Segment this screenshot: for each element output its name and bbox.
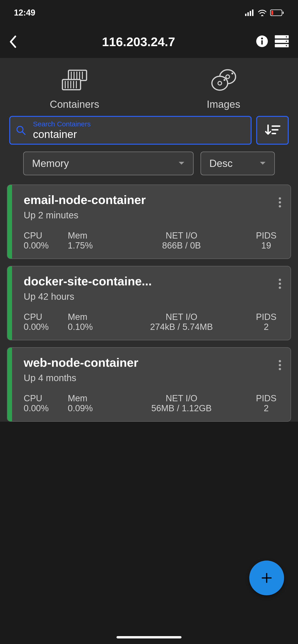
- stat-cpu-label: CPU: [24, 231, 42, 241]
- svg-point-40: [279, 201, 281, 204]
- stat-pids-value: 2: [264, 322, 268, 332]
- stat-pids-label: PIDS: [256, 231, 277, 241]
- sort-field-value: Memory: [32, 158, 69, 169]
- wifi-icon: [258, 9, 267, 16]
- container-name: docker-site-containe...: [24, 274, 244, 288]
- container-name: web-node-container: [24, 356, 244, 370]
- container-list: email-node-container Up 2 minutes CPU0.0…: [0, 184, 298, 422]
- chevron-down-icon: [178, 161, 185, 166]
- svg-rect-6: [271, 11, 273, 15]
- svg-rect-1: [247, 12, 249, 16]
- stat-cpu-value: 0.00%: [24, 403, 49, 413]
- svg-point-44: [279, 286, 281, 289]
- svg-point-31: [212, 76, 228, 90]
- plus-icon: [261, 572, 272, 584]
- info-button[interactable]: [256, 36, 268, 48]
- stat-pids-value: 2: [264, 403, 268, 413]
- status-stripe: [8, 266, 12, 340]
- card-menu-button[interactable]: [278, 359, 281, 372]
- tab-bar: Containers Images: [0, 62, 298, 116]
- search-input[interactable]: Search Containers container: [9, 116, 251, 145]
- stat-net-value: 56MB / 1.12GB: [151, 403, 212, 413]
- page-title: 116.203.24.7: [21, 34, 256, 49]
- container-status: Up 2 minutes: [24, 210, 281, 220]
- container-card[interactable]: docker-site-containe... Up 42 hours CPU0…: [7, 266, 291, 340]
- header-bar: 116.203.24.7: [0, 26, 298, 58]
- battery-icon: [270, 10, 284, 16]
- add-button[interactable]: [249, 560, 284, 595]
- svg-rect-2: [250, 11, 251, 16]
- sort-toggle-button[interactable]: [256, 116, 289, 145]
- stat-pids-label: PIDS: [256, 312, 277, 322]
- svg-rect-0: [245, 14, 246, 16]
- more-vertical-icon: [278, 359, 281, 371]
- svg-point-39: [279, 197, 281, 200]
- images-icon: [210, 68, 237, 92]
- stat-cpu-label: CPU: [24, 394, 42, 403]
- status-stripe: [8, 348, 12, 421]
- status-time: 12:49: [14, 8, 35, 18]
- containers-icon: [61, 68, 88, 92]
- stat-mem-label: Mem: [68, 394, 87, 403]
- tab-images[interactable]: Images: [149, 62, 298, 116]
- status-bar: 12:49: [0, 0, 298, 26]
- sort-icon: [264, 123, 280, 137]
- stat-cpu-label: CPU: [24, 312, 42, 322]
- chevron-down-icon: [259, 161, 266, 166]
- stat-mem-label: Mem: [68, 312, 87, 322]
- svg-point-43: [279, 282, 281, 285]
- sort-order-value: Desc: [209, 158, 232, 169]
- svg-point-47: [279, 368, 281, 370]
- stat-mem-value: 1.75%: [68, 241, 93, 250]
- svg-point-29: [226, 75, 229, 78]
- container-name: email-node-container: [24, 193, 244, 207]
- svg-point-42: [279, 279, 281, 281]
- svg-line-35: [22, 132, 25, 134]
- status-icons: [245, 9, 284, 16]
- card-menu-button[interactable]: [278, 196, 281, 209]
- stat-net-label: NET I/O: [166, 312, 197, 322]
- server-button[interactable]: [275, 35, 289, 48]
- sort-field-dropdown[interactable]: Memory: [23, 152, 194, 175]
- stat-cpu-value: 0.00%: [24, 241, 49, 250]
- stat-net-value: 274kB / 5.74MB: [150, 322, 213, 332]
- svg-point-33: [223, 79, 225, 81]
- home-indicator[interactable]: [117, 636, 181, 638]
- search-value: container: [33, 128, 245, 140]
- sort-order-dropdown[interactable]: Desc: [200, 152, 275, 175]
- svg-rect-5: [283, 12, 283, 14]
- signal-icon: [245, 10, 254, 16]
- svg-point-41: [279, 205, 281, 208]
- stat-net-label: NET I/O: [166, 231, 197, 241]
- search-label: Search Containers: [33, 120, 245, 128]
- container-card[interactable]: email-node-container Up 2 minutes CPU0.0…: [7, 184, 291, 259]
- stat-mem-label: Mem: [68, 231, 87, 241]
- container-card[interactable]: web-node-container Up 4 months CPU0.00% …: [7, 347, 291, 422]
- svg-point-9: [261, 38, 263, 40]
- container-status: Up 42 hours: [24, 292, 281, 302]
- svg-point-30: [231, 72, 233, 74]
- stat-cpu-value: 0.00%: [24, 322, 49, 332]
- stat-mem-value: 0.09%: [68, 403, 93, 413]
- status-stripe: [8, 185, 12, 258]
- stat-mem-value: 0.10%: [68, 322, 93, 332]
- svg-point-14: [286, 41, 287, 42]
- card-menu-button[interactable]: [278, 278, 281, 290]
- stat-net-label: NET I/O: [166, 394, 197, 403]
- svg-point-45: [279, 360, 281, 362]
- more-vertical-icon: [278, 278, 281, 290]
- stat-pids-label: PIDS: [256, 394, 277, 403]
- stat-pids-value: 19: [261, 241, 271, 250]
- chevron-left-icon: [9, 36, 17, 48]
- tab-containers[interactable]: Containers: [0, 62, 149, 116]
- tab-images-label: Images: [207, 98, 240, 110]
- stat-net-value: 866B / 0B: [162, 241, 201, 250]
- svg-rect-3: [252, 10, 253, 16]
- back-button[interactable]: [9, 36, 21, 48]
- svg-point-46: [279, 364, 281, 366]
- container-status: Up 4 months: [24, 373, 281, 383]
- svg-point-13: [286, 36, 287, 38]
- svg-point-15: [286, 45, 287, 46]
- search-icon: [16, 125, 26, 136]
- tab-containers-label: Containers: [50, 98, 99, 110]
